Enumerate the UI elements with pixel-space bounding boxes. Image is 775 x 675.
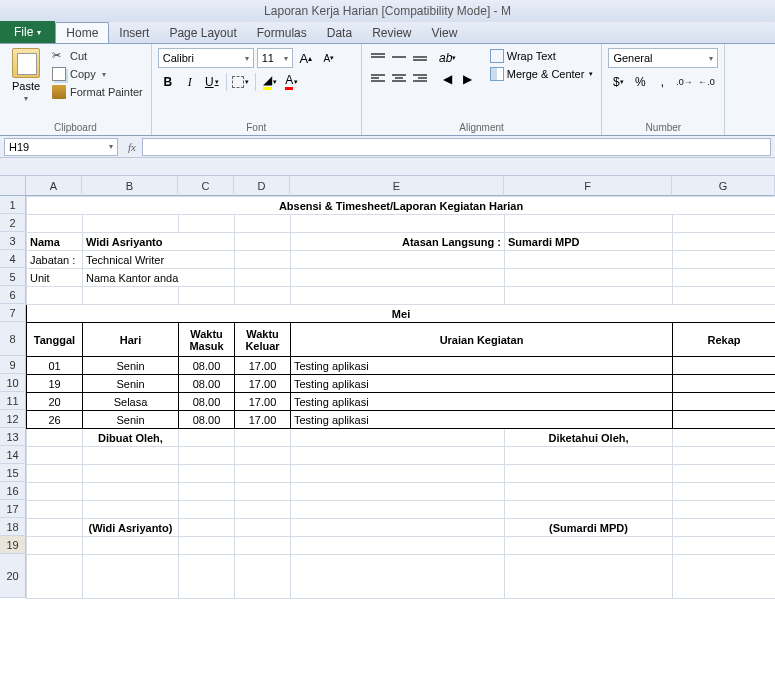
row-header[interactable]: 11 — [0, 392, 26, 410]
cell[interactable]: Jabatan : — [27, 251, 83, 269]
decrease-decimal-button[interactable]: ←.0 — [696, 72, 716, 92]
tab-data[interactable]: Data — [317, 23, 362, 43]
row-header[interactable]: 4 — [0, 250, 26, 268]
row-header[interactable]: 5 — [0, 268, 26, 286]
cell[interactable]: 08.00 — [179, 393, 235, 411]
cell[interactable]: Dibuat Oleh, — [83, 429, 179, 447]
col-header[interactable]: G — [672, 176, 775, 196]
cell[interactable]: Testing aplikasi — [291, 357, 673, 375]
align-middle-button[interactable] — [389, 48, 409, 68]
row-header[interactable]: 19 — [0, 536, 26, 554]
cell-header[interactable]: Tanggal — [27, 323, 83, 357]
row-header[interactable]: 7 — [0, 304, 26, 322]
merge-center-button[interactable]: Merge & Center▾ — [488, 66, 596, 82]
row-header[interactable]: 6 — [0, 286, 26, 304]
paste-button[interactable]: Paste ▾ — [6, 48, 46, 120]
fill-color-button[interactable]: ◢▾ — [260, 72, 280, 92]
cell[interactable]: 17.00 — [235, 393, 291, 411]
worksheet-grid[interactable]: 1 2 3 4 5 6 7 8 9 10 11 12 13 14 15 16 1… — [0, 176, 775, 675]
cell[interactable]: 19 — [27, 375, 83, 393]
file-tab[interactable]: File — [0, 21, 55, 43]
row-header[interactable]: 2 — [0, 214, 26, 232]
accounting-format-button[interactable]: $▾ — [608, 72, 628, 92]
tab-insert[interactable]: Insert — [109, 23, 159, 43]
row-header[interactable]: 8 — [0, 322, 26, 356]
cell-title[interactable]: Absensi & Timesheet/Laporan Kegiatan Har… — [27, 197, 776, 215]
tab-view[interactable]: View — [422, 23, 468, 43]
col-header[interactable]: A — [26, 176, 82, 196]
comma-button[interactable]: , — [652, 72, 672, 92]
align-right-button[interactable] — [410, 69, 430, 89]
align-bottom-button[interactable] — [410, 48, 430, 68]
row-header[interactable]: 17 — [0, 500, 26, 518]
wrap-text-button[interactable]: Wrap Text — [488, 48, 596, 64]
font-name-combo[interactable]: Calibri▾ — [158, 48, 254, 68]
number-format-combo[interactable]: General▾ — [608, 48, 718, 68]
tab-formulas[interactable]: Formulas — [247, 23, 317, 43]
col-header[interactable]: B — [82, 176, 178, 196]
col-header[interactable]: F — [504, 176, 672, 196]
row-header[interactable]: 3 — [0, 232, 26, 250]
shrink-font-button[interactable]: A▾ — [319, 48, 339, 68]
cell-header[interactable]: Waktu Keluar — [235, 323, 291, 357]
align-top-button[interactable] — [368, 48, 388, 68]
tab-home[interactable]: Home — [55, 22, 109, 43]
cell[interactable]: Diketahui Oleh, — [505, 429, 673, 447]
col-header[interactable]: C — [178, 176, 234, 196]
decrease-indent-button[interactable]: ◀ — [438, 69, 458, 89]
font-size-combo[interactable]: 11▾ — [257, 48, 293, 68]
align-center-button[interactable] — [389, 69, 409, 89]
col-header[interactable]: D — [234, 176, 290, 196]
cell[interactable]: 26 — [27, 411, 83, 429]
cell-header[interactable]: Rekap — [673, 323, 776, 357]
row-header[interactable]: 20 — [0, 554, 26, 598]
cell[interactable]: 20 — [27, 393, 83, 411]
cell[interactable] — [673, 375, 776, 393]
cell[interactable]: 08.00 — [179, 411, 235, 429]
cell[interactable]: 17.00 — [235, 357, 291, 375]
cell[interactable]: Selasa — [83, 393, 179, 411]
row-header[interactable]: 10 — [0, 374, 26, 392]
tab-page-layout[interactable]: Page Layout — [159, 23, 246, 43]
orientation-button[interactable]: ab▾ — [438, 48, 458, 68]
cell[interactable] — [673, 411, 776, 429]
increase-decimal-button[interactable]: .0→ — [674, 72, 694, 92]
row-header[interactable]: 15 — [0, 464, 26, 482]
align-left-button[interactable] — [368, 69, 388, 89]
font-color-button[interactable]: A▾ — [282, 72, 302, 92]
select-all-corner[interactable] — [0, 176, 26, 196]
cell[interactable]: 17.00 — [235, 411, 291, 429]
copy-button[interactable]: Copy▾ — [50, 66, 145, 82]
cell[interactable]: Sumardi MPD — [505, 233, 673, 251]
row-header[interactable]: 16 — [0, 482, 26, 500]
cell-header[interactable]: Waktu Masuk — [179, 323, 235, 357]
cells[interactable]: Absensi & Timesheet/Laporan Kegiatan Har… — [26, 196, 775, 599]
cell[interactable] — [673, 357, 776, 375]
col-header[interactable]: E — [290, 176, 504, 196]
percent-button[interactable]: % — [630, 72, 650, 92]
cell[interactable]: Testing aplikasi — [291, 393, 673, 411]
row-header[interactable]: 14 — [0, 446, 26, 464]
row-header[interactable]: 13 — [0, 428, 26, 446]
format-painter-button[interactable]: Format Painter — [50, 84, 145, 100]
cell[interactable]: Nama — [27, 233, 83, 251]
cell[interactable]: Widi Asriyanto — [83, 233, 235, 251]
name-box[interactable]: H19▾ — [4, 138, 118, 156]
cell[interactable]: 01 — [27, 357, 83, 375]
underline-button[interactable]: U▾ — [202, 72, 222, 92]
cell[interactable]: Testing aplikasi — [291, 375, 673, 393]
formula-bar[interactable] — [142, 138, 771, 156]
fx-icon[interactable]: fx — [128, 141, 136, 153]
cell[interactable]: Nama Kantor anda — [83, 269, 235, 287]
increase-indent-button[interactable]: ▶ — [458, 69, 478, 89]
cell[interactable]: Atasan Langsung : — [291, 233, 505, 251]
cell[interactable]: 08.00 — [179, 375, 235, 393]
italic-button[interactable]: I — [180, 72, 200, 92]
row-header[interactable]: 12 — [0, 410, 26, 428]
cell[interactable]: (Sumardi MPD) — [505, 519, 673, 537]
row-header[interactable]: 18 — [0, 518, 26, 536]
cell[interactable]: Testing aplikasi — [291, 411, 673, 429]
cell[interactable]: Senin — [83, 357, 179, 375]
bold-button[interactable]: B — [158, 72, 178, 92]
cell[interactable] — [673, 393, 776, 411]
